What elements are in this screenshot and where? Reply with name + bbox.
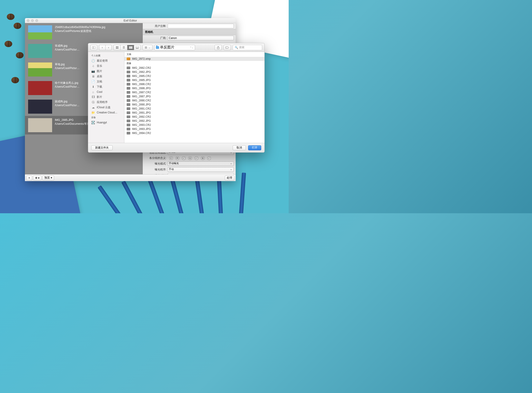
file-icon <box>127 91 130 94</box>
list-item[interactable]: IMG_2891.CR2 <box>124 107 264 111</box>
list-item[interactable]: IMG_2882.JPG <box>124 70 264 74</box>
file-name: IMG_2972.xmp <box>132 57 151 60</box>
checkbox-g[interactable]: G <box>189 157 192 160</box>
list-item[interactable]: IMG_2882.CR2 <box>124 66 264 70</box>
camera-section-header: 照相机 <box>143 29 236 35</box>
exposure-program-select[interactable]: 手动 <box>168 167 234 172</box>
list-item[interactable]: IMG_2887.JPG <box>124 94 264 98</box>
file-name: IMG_2891.JPG <box>132 111 151 114</box>
sidebar-item[interactable]: 💽Huangyt <box>88 120 124 125</box>
vendor-input[interactable] <box>168 36 234 40</box>
checkbox-check3[interactable]: ✓ <box>208 157 211 160</box>
search-input[interactable]: 🔍 搜索 <box>233 45 262 50</box>
view-mode-buttons: ☰ <box>114 45 141 50</box>
file-name: IMG_2885.JPG <box>132 79 151 82</box>
sidebar-item[interactable]: 🖥桌面 <box>88 74 124 79</box>
checkbox-c[interactable]: C <box>169 157 173 160</box>
path-dropdown[interactable]: 单反图片 <box>154 45 195 50</box>
file-icon <box>127 87 130 90</box>
back-button[interactable]: ‹ <box>99 45 105 50</box>
cloud-icon: ☁ <box>91 106 95 109</box>
cancel-button[interactable]: 取消 <box>233 145 246 150</box>
list-item[interactable]: IMG_2890.JPG <box>124 103 264 107</box>
checkbox-check2[interactable]: ✓ <box>195 157 198 160</box>
checkbox-r[interactable]: R <box>176 157 179 160</box>
list-item[interactable]: IMG_2891.JPG <box>124 111 264 115</box>
sidebar-toggle-button[interactable] <box>90 45 97 50</box>
new-folder-button[interactable]: 新建文件夹 <box>91 145 113 150</box>
sidebar-item[interactable]: 📁Creative Cloud… <box>88 110 124 115</box>
sidebar-item[interactable]: 🕘最近使用 <box>88 58 124 63</box>
sidebar-item[interactable]: ♫音乐 <box>88 63 124 69</box>
list-view-button[interactable]: ☰ <box>120 45 127 50</box>
sidebar-item[interactable]: ⬇下载 <box>88 84 124 89</box>
sidebar-item[interactable]: 🎞影片 <box>88 94 124 100</box>
finder-open-dialog: ‹ › ☰ ⌄ 单反图片 <box>88 43 265 152</box>
finder-sidebar: 个人收藏 🕘最近使用♫音乐📷图片🖥桌面📄文稿⬇下载⌂Cool🎞影片Ⓐ应用程序☁i… <box>88 52 124 143</box>
file-name: IMG_2891.CR2 <box>132 107 151 110</box>
file-icon <box>127 95 130 98</box>
thumbnail <box>28 118 52 132</box>
sidebar-item[interactable]: ⌂Cool <box>88 89 124 94</box>
add-button[interactable]: + <box>26 176 32 180</box>
file-name: IMG_2890.JPG <box>132 103 151 106</box>
gallery-view-button[interactable] <box>134 45 141 50</box>
tags-button[interactable] <box>224 45 231 50</box>
list-item[interactable]: IMG_2886.CR2 <box>124 82 264 86</box>
sidebar-item[interactable]: 📷图片 <box>88 69 124 74</box>
list-item[interactable]: IMG_2972.xmp <box>124 57 264 61</box>
list-item[interactable]: IMG_2886.JPG <box>124 86 264 90</box>
file-name: IMG_2893.CR2 <box>132 123 151 127</box>
disk-icon: 💽 <box>91 121 95 124</box>
group-by-button[interactable]: ⌄ <box>143 45 153 50</box>
exif-titlebar[interactable]: Exif Editor <box>25 18 236 23</box>
list-item[interactable]: IMG_2894.CR2 <box>124 131 264 135</box>
file-icon <box>127 79 130 82</box>
app-icon: Ⓐ <box>91 101 95 104</box>
sidebar-item[interactable]: 📄文稿 <box>88 79 124 84</box>
checkbox-b[interactable]: B <box>201 157 204 160</box>
user-comment-input[interactable] <box>168 24 234 28</box>
list-item[interactable]: IMG_2885.CR2 <box>124 74 264 78</box>
icon-view-button[interactable] <box>114 45 120 50</box>
exposure-mode-label: 曝光模式: <box>144 162 166 166</box>
checkbox-check[interactable]: ✓ <box>182 157 185 160</box>
forward-button[interactable]: › <box>105 45 112 50</box>
file-row[interactable]: 2548f01dba1d645e059b95a743f0f44a.jpg /Us… <box>25 23 143 42</box>
devices-header: 设备 <box>88 115 124 120</box>
list-item[interactable]: IMG_2893.JPG <box>124 127 264 131</box>
file-name: IMG_2890.CR2 <box>132 99 151 102</box>
svg-rect-5 <box>117 48 118 49</box>
sidebar-item-label: 音乐 <box>97 64 102 68</box>
process-button[interactable]: 处理 <box>225 176 234 180</box>
list-item[interactable]: IMG_2892.CR2 <box>124 115 264 119</box>
list-item[interactable]: IMG_2892.JPG <box>124 119 264 123</box>
sidebar-item-label: 桌面 <box>97 74 102 78</box>
svg-rect-11 <box>137 48 138 49</box>
exposure-mode-select[interactable]: 手动曝光 <box>168 161 234 166</box>
sidebar-item[interactable]: ☁iCloud 云盘 <box>88 105 124 110</box>
list-item[interactable]: IMG_2893.CR2 <box>124 123 264 127</box>
finder-file-list[interactable]: 文稿 IMG_2972.xmp 图像 IMG_2882.CR2IMG_2882.… <box>124 52 264 143</box>
camera-icon: 📷 <box>91 69 95 73</box>
file-icon <box>127 107 130 110</box>
sidebar-item-label: 文稿 <box>97 80 102 84</box>
sidebar-item-label: Cool <box>97 90 102 93</box>
group-meaning-label: 各分组的含义: <box>144 156 166 160</box>
svg-rect-14 <box>146 47 147 47</box>
sidebar-item[interactable]: Ⓐ应用程序 <box>88 100 124 105</box>
column-view-button[interactable] <box>127 45 134 50</box>
gear-button[interactable]: ✻ ▾ <box>33 176 41 180</box>
share-button[interactable] <box>214 45 222 50</box>
preset-button[interactable]: 预置 ▾ <box>42 176 54 180</box>
list-item[interactable]: IMG_2890.CR2 <box>124 98 264 103</box>
home-icon: ⌂ <box>91 90 95 94</box>
file-name: IMG_2886.JPG <box>132 87 151 90</box>
thumbnail <box>28 100 52 114</box>
list-item[interactable]: IMG_2885.JPG <box>124 78 264 82</box>
list-item[interactable]: IMG_2887.CR2 <box>124 90 264 94</box>
finder-toolbar: ‹ › ☰ ⌄ 单反图片 <box>88 43 264 52</box>
file-name: IMG_2887.JPG <box>132 95 151 98</box>
svg-rect-8 <box>131 46 132 49</box>
open-button[interactable]: 打开 <box>248 145 261 150</box>
